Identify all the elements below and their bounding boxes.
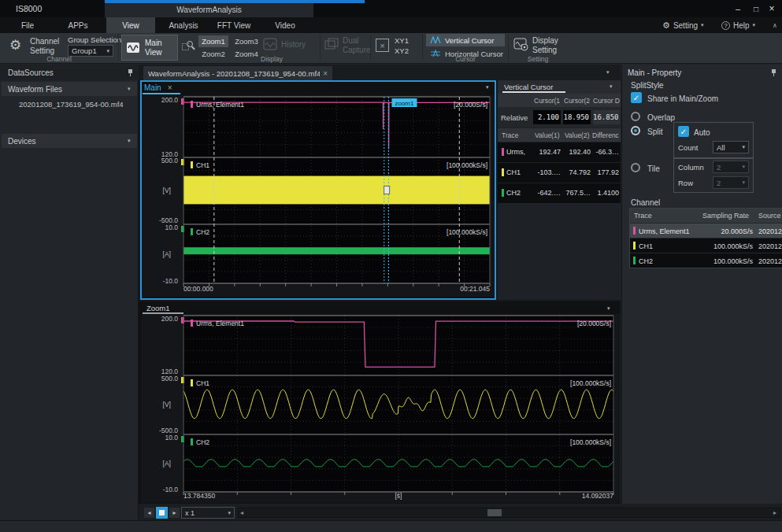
xy1-button[interactable]: XY1: [395, 36, 409, 45]
devices-label: Devices: [8, 137, 36, 146]
pin-icon[interactable]: [128, 69, 134, 76]
sidebar-file-item[interactable]: 20201208_173619_954-00.mf4: [0, 98, 139, 111]
step-back-button[interactable]: ◂: [144, 508, 154, 518]
waveform-files-label: Waveform Files: [8, 85, 62, 94]
ribbon-separator: [508, 35, 509, 60]
close-button[interactable]: ×: [765, 2, 779, 14]
display-group-caption: Display: [244, 55, 299, 63]
tab-analysis[interactable]: Analysis: [161, 17, 206, 33]
main-waveform-chart[interactable]: Urms, Element1[20.000S/s]200.0120.0CH1[1…: [142, 95, 495, 297]
value-col-trace: Trace: [502, 131, 518, 139]
svg-text:[s]: [s]: [395, 492, 402, 500]
right-icon: ▸: [172, 509, 176, 516]
overlap-label: Overlap: [647, 113, 675, 122]
svg-text:[A]: [A]: [163, 250, 171, 258]
zoom-pane-menu-icon[interactable]: ▾: [607, 305, 610, 312]
tile-radio[interactable]: [631, 163, 640, 172]
tab-strip-menu-icon[interactable]: ▾: [606, 69, 610, 76]
tab-video[interactable]: Video: [265, 17, 305, 33]
zoom3-button[interactable]: Zoom3: [232, 35, 261, 47]
tab-fft-view[interactable]: FFT View: [211, 17, 257, 33]
channel-row-urms[interactable]: Urms, Element1 20.000S/s 202012: [630, 223, 782, 238]
chevron-down-icon: ▾: [106, 48, 109, 54]
accent-strip: [105, 0, 365, 3]
chevron-down-icon: ▾: [607, 305, 610, 311]
svg-text:zoom1: zoom1: [395, 100, 414, 107]
scrollbar-thumb[interactable]: [487, 509, 502, 516]
menu-apps[interactable]: APPs: [60, 17, 96, 33]
svg-text:00:00.000: 00:00.000: [183, 285, 213, 293]
pane-close-icon[interactable]: ×: [168, 83, 172, 92]
help-icon: ?: [721, 21, 730, 30]
split-radio[interactable]: [631, 126, 640, 135]
channel-section-label[interactable]: Channel: [631, 198, 660, 207]
value1: -103.…: [532, 168, 561, 176]
splitstyle-section-label[interactable]: SplitStyle: [631, 81, 664, 90]
tile-label: Tile: [647, 164, 660, 173]
maximize-icon: □: [754, 5, 758, 13]
sampling-rate: 100.000kS/s: [701, 257, 753, 265]
vertical-cursor-button[interactable]: Vertical Cursor: [426, 34, 505, 46]
ribbon-collapse-button[interactable]: ∧: [770, 20, 780, 31]
collapse-icon: ∧: [773, 22, 777, 29]
cursor-panel-title: Vertical Cursor: [504, 83, 553, 91]
zoom-waveform-chart[interactable]: Urms, Element1[20.000S/s]200.0120.0CH1[1…: [141, 314, 621, 503]
help-menu[interactable]: ? Help ▾: [721, 20, 755, 31]
document-tab-title: WaveformAnalysis - 20201208_173619_954-0…: [148, 69, 320, 78]
svg-text:[A]: [A]: [163, 460, 171, 467]
document-tab[interactable]: WaveformAnalysis - 20201208_173619_954-0…: [143, 66, 332, 80]
trace-color-chip: [502, 148, 504, 156]
maximize-button[interactable]: □: [749, 3, 763, 14]
sidebar-item-waveform-files[interactable]: Waveform Files ▾: [2, 82, 137, 96]
zoom-pane-tab[interactable]: Zoom1: [146, 304, 170, 312]
svg-text:500.0: 500.0: [161, 157, 179, 164]
cursor1-relative-field[interactable]: 2.100: [533, 110, 561, 124]
count-dropdown[interactable]: All ▾: [713, 141, 749, 153]
minimize-button[interactable]: –: [731, 3, 745, 14]
chevron-down-icon[interactable]: ▾: [610, 83, 613, 90]
trace-color-chip: [633, 242, 636, 249]
cursor-row-urms[interactable]: Urms, 192.47 192.40 -66.3…: [498, 142, 621, 162]
channel-row-ch1[interactable]: CH1 100.000kS/s 202012: [630, 238, 782, 253]
sidebar-title: DataSources: [8, 68, 54, 77]
vertical-cursor-icon: [430, 36, 441, 44]
xy2-button[interactable]: XY2: [395, 46, 409, 55]
trace-color-chip: [633, 257, 636, 264]
zoom2-button[interactable]: Zoom2: [198, 48, 228, 60]
cursor2-relative-field[interactable]: 18.950: [563, 110, 591, 124]
share-checkbox[interactable]: ✓: [631, 92, 642, 103]
trace-name: Urms,: [506, 148, 525, 156]
value2: 74.792: [562, 168, 591, 176]
gear-icon: ⚙: [662, 20, 670, 31]
zoom1-button[interactable]: Zoom1: [198, 35, 228, 47]
chevron-down-icon: ▾: [128, 138, 131, 144]
menu-file[interactable]: File: [11, 17, 44, 33]
svg-text:[20.000S/s]: [20.000S/s]: [454, 101, 487, 109]
auto-checkbox[interactable]: ✓: [678, 126, 689, 137]
zoom-factor-dropdown[interactable]: x 1 ▾: [181, 507, 235, 519]
stop-button[interactable]: [156, 507, 168, 519]
channel-row-ch2[interactable]: CH2 100.000kS/s 202012: [630, 253, 782, 268]
main-pane-menu-icon[interactable]: ▾: [486, 84, 489, 91]
overlap-radio[interactable]: [631, 112, 640, 121]
pin-icon[interactable]: [771, 69, 777, 76]
column-label: Column: [678, 163, 704, 172]
cursor-col-2: Cursor(2: [564, 97, 590, 105]
scroll-right-icon[interactable]: ▸: [773, 509, 776, 516]
main-view-button[interactable]: Main View: [121, 35, 178, 61]
chevron-down-icon: ▾: [228, 510, 231, 516]
scroll-left-icon[interactable]: ◂: [240, 509, 243, 516]
cursor-col-header-row: Cursor(1 Cursor(2 Cursor D: [498, 94, 621, 107]
share-label: Share in Main/Zoom: [647, 94, 718, 103]
main-pane-tab[interactable]: Main ×: [144, 83, 172, 92]
tab-close-icon[interactable]: ×: [323, 69, 328, 78]
setting-group-caption: Setting: [510, 55, 565, 63]
horizontal-scrollbar[interactable]: ◂ ▸: [238, 508, 780, 518]
cursor-row-ch2[interactable]: CH2 -642.… 767.5… 1.4100: [498, 183, 621, 203]
sidebar-item-devices[interactable]: Devices ▾: [2, 134, 137, 148]
channel-table: Trace Sampling Rate Source Urms, Element…: [629, 208, 782, 268]
cursor-row-ch1[interactable]: CH1 -103.… 74.792 177.92: [498, 163, 621, 183]
tab-view[interactable]: View: [106, 17, 155, 33]
step-forward-button[interactable]: ▸: [169, 508, 180, 518]
setting-menu[interactable]: ⚙ Setting ▾: [662, 20, 704, 31]
